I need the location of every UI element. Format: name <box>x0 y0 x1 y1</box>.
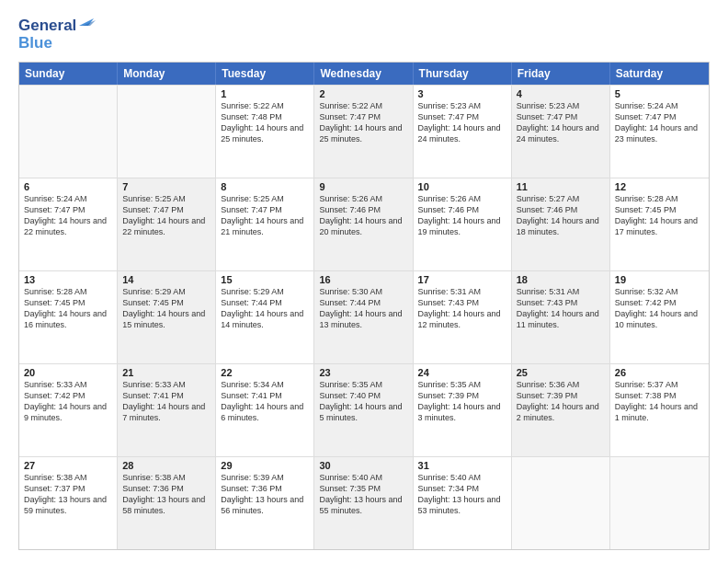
daylight-text: Daylight: 14 hours and 5 minutes. <box>319 401 407 423</box>
daylight-text: Daylight: 14 hours and 10 minutes. <box>615 308 704 330</box>
page: General Blue SundayMondayTuesdayWednesda… <box>0 0 728 563</box>
calendar-cell <box>118 86 216 178</box>
daylight-text: Daylight: 14 hours and 17 minutes. <box>615 215 704 237</box>
day-number: 29 <box>221 460 309 471</box>
calendar-body: 1Sunrise: 5:22 AMSunset: 7:48 PMDaylight… <box>19 85 709 549</box>
sunset-text: Sunset: 7:34 PM <box>418 483 506 494</box>
calendar-cell: 28Sunrise: 5:38 AMSunset: 7:36 PMDayligh… <box>118 457 216 549</box>
sunrise-text: Sunrise: 5:23 AM <box>418 100 506 111</box>
sunrise-text: Sunrise: 5:30 AM <box>319 286 407 297</box>
sunrise-text: Sunrise: 5:24 AM <box>615 100 704 111</box>
header: General Blue <box>18 17 710 52</box>
day-number: 11 <box>517 181 605 192</box>
daylight-text: Daylight: 14 hours and 22 minutes. <box>24 215 112 237</box>
calendar-cell: 21Sunrise: 5:33 AMSunset: 7:41 PMDayligh… <box>118 364 216 456</box>
sunrise-text: Sunrise: 5:25 AM <box>122 193 210 204</box>
calendar-cell: 23Sunrise: 5:35 AMSunset: 7:40 PMDayligh… <box>314 364 413 456</box>
daylight-text: Daylight: 13 hours and 58 minutes. <box>122 494 210 516</box>
sunrise-text: Sunrise: 5:28 AM <box>615 193 704 204</box>
sunset-text: Sunset: 7:47 PM <box>24 204 112 215</box>
sunrise-text: Sunrise: 5:33 AM <box>122 379 210 390</box>
calendar-week-row: 20Sunrise: 5:33 AMSunset: 7:42 PMDayligh… <box>19 363 709 456</box>
sunset-text: Sunset: 7:46 PM <box>319 204 407 215</box>
sunset-text: Sunset: 7:39 PM <box>517 390 605 401</box>
calendar-cell: 12Sunrise: 5:28 AMSunset: 7:45 PMDayligh… <box>610 178 709 270</box>
daylight-text: Daylight: 14 hours and 13 minutes. <box>319 308 407 330</box>
sunset-text: Sunset: 7:47 PM <box>418 111 506 122</box>
calendar: SundayMondayTuesdayWednesdayThursdayFrid… <box>18 62 710 550</box>
calendar-cell: 7Sunrise: 5:25 AMSunset: 7:47 PMDaylight… <box>118 178 216 270</box>
calendar-cell: 19Sunrise: 5:32 AMSunset: 7:42 PMDayligh… <box>610 271 709 363</box>
calendar-header-cell: Friday <box>512 63 610 85</box>
sunrise-text: Sunrise: 5:39 AM <box>221 472 309 483</box>
sunrise-text: Sunrise: 5:35 AM <box>418 379 506 390</box>
calendar-week-row: 6Sunrise: 5:24 AMSunset: 7:47 PMDaylight… <box>19 178 709 270</box>
sunset-text: Sunset: 7:46 PM <box>418 204 506 215</box>
calendar-cell: 11Sunrise: 5:27 AMSunset: 7:46 PMDayligh… <box>512 178 610 270</box>
calendar-cell <box>512 457 610 549</box>
daylight-text: Daylight: 14 hours and 25 minutes. <box>221 122 309 144</box>
sunset-text: Sunset: 7:42 PM <box>24 390 112 401</box>
sunset-text: Sunset: 7:47 PM <box>221 204 309 215</box>
sunrise-text: Sunrise: 5:24 AM <box>24 193 112 204</box>
daylight-text: Daylight: 14 hours and 1 minute. <box>615 401 704 423</box>
sunset-text: Sunset: 7:39 PM <box>418 390 506 401</box>
sunrise-text: Sunrise: 5:22 AM <box>221 100 309 111</box>
calendar-cell: 20Sunrise: 5:33 AMSunset: 7:42 PMDayligh… <box>19 364 118 456</box>
daylight-text: Daylight: 14 hours and 24 minutes. <box>517 122 605 144</box>
calendar-cell: 15Sunrise: 5:29 AMSunset: 7:44 PMDayligh… <box>216 271 314 363</box>
sunset-text: Sunset: 7:38 PM <box>615 390 704 401</box>
daylight-text: Daylight: 14 hours and 22 minutes. <box>122 215 210 237</box>
sunset-text: Sunset: 7:46 PM <box>517 204 605 215</box>
logo-general: General <box>18 17 76 35</box>
sunset-text: Sunset: 7:37 PM <box>24 483 112 494</box>
sunrise-text: Sunrise: 5:31 AM <box>418 286 506 297</box>
sunrise-text: Sunrise: 5:26 AM <box>319 193 407 204</box>
day-number: 12 <box>615 181 704 192</box>
day-number: 22 <box>221 367 309 378</box>
day-number: 14 <box>122 274 210 285</box>
calendar-cell: 30Sunrise: 5:40 AMSunset: 7:35 PMDayligh… <box>314 457 413 549</box>
sunset-text: Sunset: 7:36 PM <box>122 483 210 494</box>
daylight-text: Daylight: 14 hours and 16 minutes. <box>24 308 112 330</box>
sunset-text: Sunset: 7:48 PM <box>221 111 309 122</box>
day-number: 19 <box>615 274 704 285</box>
sunrise-text: Sunrise: 5:23 AM <box>517 100 605 111</box>
day-number: 18 <box>517 274 605 285</box>
sunrise-text: Sunrise: 5:40 AM <box>418 472 506 483</box>
daylight-text: Daylight: 13 hours and 53 minutes. <box>418 494 506 516</box>
day-number: 24 <box>418 367 506 378</box>
sunset-text: Sunset: 7:41 PM <box>221 390 309 401</box>
sunrise-text: Sunrise: 5:35 AM <box>319 379 407 390</box>
calendar-cell: 29Sunrise: 5:39 AMSunset: 7:36 PMDayligh… <box>216 457 314 549</box>
day-number: 25 <box>517 367 605 378</box>
sunrise-text: Sunrise: 5:33 AM <box>24 379 112 390</box>
day-number: 9 <box>319 181 407 192</box>
day-number: 6 <box>24 181 112 192</box>
daylight-text: Daylight: 14 hours and 20 minutes. <box>319 215 407 237</box>
day-number: 26 <box>615 367 704 378</box>
day-number: 5 <box>615 88 704 99</box>
calendar-week-row: 13Sunrise: 5:28 AMSunset: 7:45 PMDayligh… <box>19 270 709 363</box>
sunset-text: Sunset: 7:44 PM <box>221 297 309 308</box>
logo-blue: Blue <box>18 35 99 52</box>
calendar-cell: 9Sunrise: 5:26 AMSunset: 7:46 PMDaylight… <box>314 178 413 270</box>
daylight-text: Daylight: 14 hours and 2 minutes. <box>517 401 605 423</box>
daylight-text: Daylight: 13 hours and 56 minutes. <box>221 494 309 516</box>
sunrise-text: Sunrise: 5:38 AM <box>122 472 210 483</box>
daylight-text: Daylight: 14 hours and 14 minutes. <box>221 308 309 330</box>
daylight-text: Daylight: 14 hours and 25 minutes. <box>319 122 407 144</box>
sunset-text: Sunset: 7:47 PM <box>122 204 210 215</box>
sunset-text: Sunset: 7:47 PM <box>517 111 605 122</box>
day-number: 31 <box>418 460 506 471</box>
sunrise-text: Sunrise: 5:25 AM <box>221 193 309 204</box>
calendar-header-cell: Monday <box>118 63 216 85</box>
daylight-text: Daylight: 14 hours and 6 minutes. <box>221 401 309 423</box>
day-number: 16 <box>319 274 407 285</box>
sunset-text: Sunset: 7:47 PM <box>319 111 407 122</box>
sunset-text: Sunset: 7:45 PM <box>122 297 210 308</box>
sunset-text: Sunset: 7:40 PM <box>319 390 407 401</box>
day-number: 10 <box>418 181 506 192</box>
calendar-header-cell: Wednesday <box>314 63 413 85</box>
sunset-text: Sunset: 7:42 PM <box>615 297 704 308</box>
